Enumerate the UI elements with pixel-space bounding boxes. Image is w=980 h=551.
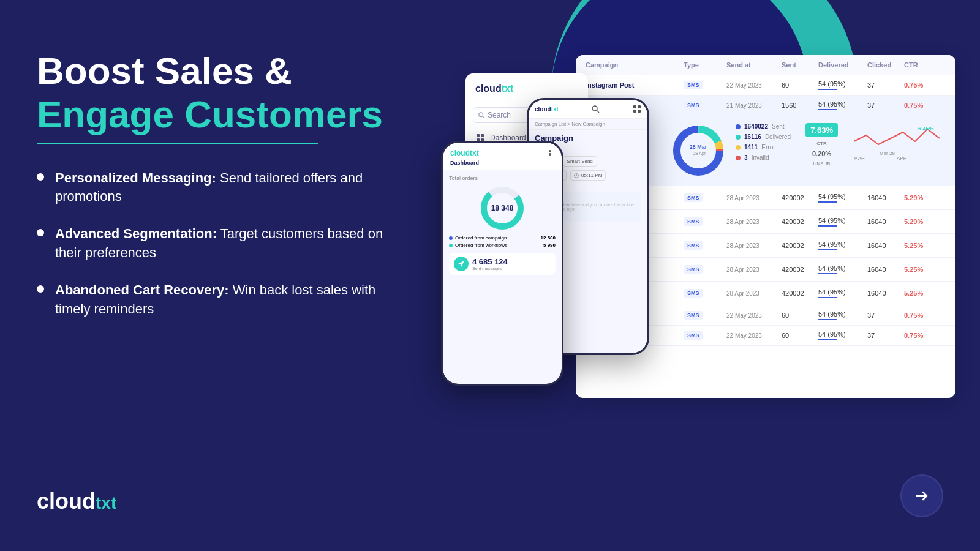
delivered-dot — [736, 135, 741, 140]
svg-rect-33 — [638, 105, 641, 108]
sent-cell: 420002 — [782, 194, 818, 201]
clicked-cell: 16040 — [867, 218, 904, 225]
time-input[interactable]: 05:11 PM — [570, 170, 606, 181]
stat-sent: 1640022 Sent — [736, 123, 791, 130]
sent-cell: 420002 — [782, 290, 818, 297]
ctr-section: 7.63% CTR 0.20% UNSUB — [805, 123, 838, 167]
sent-cell: 60 — [782, 332, 818, 339]
svg-point-25 — [549, 150, 551, 152]
ordered-from-campaign: Ordered from campaign — [455, 235, 507, 241]
sent-cell: 420002 — [782, 218, 818, 225]
delivered-cell: 54 (95%) — [818, 217, 867, 227]
table-row[interactable]: Instagram Post SMS 22 May 2023 60 54 (95… — [576, 75, 956, 96]
phone-donut-wrap: 18 348 — [449, 184, 556, 233]
fb-delivered: 54 (95%) — [818, 100, 867, 110]
stat-delivered: 16116 Delivered — [736, 133, 791, 140]
logo-cloud-text: cloud — [37, 489, 96, 514]
delivered-cell: 54 (95%) — [818, 288, 867, 298]
chart-apr-label: APR — [897, 156, 907, 161]
bullet-1 — [37, 173, 44, 181]
search-icon[interactable] — [591, 105, 600, 113]
type-badge: SMS — [684, 241, 703, 250]
unsub-label: UNSUB — [813, 161, 831, 167]
col-sent: Sent — [782, 61, 818, 69]
ctr-cell: 5.25% — [904, 290, 938, 297]
campaign-val: 12 560 — [541, 235, 556, 241]
fb-clicked: 37 — [867, 102, 904, 109]
breadcrumb: Campaign List > New Campaign — [529, 119, 647, 130]
dashboard-label: Dashboard — [450, 160, 479, 166]
sent-cell: 420002 — [782, 266, 818, 273]
order-row-campaign: Ordered from campaign 12 560 — [449, 235, 556, 241]
clicked-cell: 16040 — [867, 242, 904, 249]
bullet-3 — [37, 285, 44, 293]
type-badge: SMS — [684, 193, 703, 202]
table-header: Campaign Type Send at Sent Delivered Cli… — [576, 55, 956, 75]
clicked-cell: 16040 — [867, 194, 904, 201]
fb-date: 21 May 2023 — [726, 102, 782, 109]
svg-text:28 Mar: 28 Mar — [690, 144, 707, 150]
logo-bottom: cloudtxt — [37, 489, 116, 514]
chart-mar-label: MAR — [854, 156, 865, 161]
phone-logo-1: cloudtxt — [450, 149, 554, 157]
delivered-value: 16116 — [744, 133, 761, 140]
delivered-cell: 54 (95%) — [818, 310, 867, 320]
phone-header-1: cloudtxt Dashboard — [443, 143, 562, 170]
svg-rect-2 — [477, 134, 480, 137]
error-dot — [736, 145, 741, 150]
ctr-cell: 5.25% — [904, 266, 938, 273]
ctr-badge: 7.63% — [805, 123, 838, 137]
type-badge: SMS — [684, 265, 703, 274]
workflow-dot — [449, 244, 453, 247]
search-placeholder: Search — [488, 111, 511, 119]
svg-text:18 348: 18 348 — [491, 204, 514, 212]
clicked-cell: 37 — [867, 312, 904, 319]
fb-type-badge: SMS — [684, 101, 703, 110]
workflows-val: 5 980 — [543, 242, 556, 248]
error-value: 1411 — [744, 144, 758, 151]
ctr-cell: 5.29% — [904, 194, 938, 201]
delivered-cell: 54 (95%) — [818, 193, 867, 203]
sent-cell: 60 — [782, 81, 818, 89]
type-badge: SMS — [684, 331, 703, 340]
stat-text-wrap: 4 685 124 Sent messages — [472, 257, 508, 271]
order-row-workflows: Ordered from workflows 5 980 — [449, 242, 556, 248]
grid-icon-2[interactable] — [633, 105, 641, 113]
next-arrow-button[interactable] — [900, 474, 943, 517]
sent-messages-num: 4 685 124 — [472, 257, 508, 266]
svg-text:Mar 28: Mar 28 — [880, 151, 895, 156]
type-badge: SMS — [684, 217, 703, 226]
sidebar-logo-txt: txt — [502, 83, 514, 94]
phone-nav-1: Dashboard — [450, 160, 554, 166]
ordered-from-workflows: Ordered from workflows — [455, 242, 507, 248]
type-badge: SMS — [684, 289, 703, 298]
type-badge: SMS — [684, 81, 703, 89]
stat-error: 1411 Error — [736, 144, 791, 151]
donut-chart: 28 Mar - 28 Apr — [671, 123, 726, 178]
svg-line-31 — [597, 110, 599, 113]
svg-rect-35 — [638, 110, 641, 113]
smart-send-btn[interactable]: Smart Send — [563, 156, 597, 167]
headline: Boost Sales & Engage Customers — [37, 49, 404, 137]
date-cell: 28 Apr 2023 — [726, 266, 782, 273]
sent-dot — [736, 124, 741, 129]
phone-orders: Ordered from campaign 12 560 Ordered fro… — [449, 235, 556, 248]
col-clicked: Clicked — [867, 61, 904, 69]
feature-bold-2: Advanced Segmentation: — [55, 226, 217, 241]
col-type: Type — [684, 61, 726, 69]
date-cell: 28 Apr 2023 — [726, 290, 782, 297]
total-orders-label: Total orders — [449, 175, 556, 181]
clicked-cell: 37 — [867, 332, 904, 339]
mockup-area: cloudtxt Search Dashboard Campaigns Camp… — [429, 0, 980, 551]
feature-item-3: Abandoned Cart Recovery: Win back lost s… — [37, 281, 404, 319]
sent-label: Sent — [772, 123, 785, 130]
clicked-cell: 16040 — [867, 266, 904, 273]
ctr-label: CTR — [816, 141, 826, 146]
svg-line-1 — [483, 116, 484, 118]
svg-rect-3 — [481, 134, 484, 137]
sent-cell: 420002 — [782, 242, 818, 249]
invalid-dot — [736, 156, 741, 160]
unsub-value: 0.20% — [812, 150, 831, 157]
phone-content-1: Total orders 18 348 Ordered from campaig… — [443, 170, 562, 280]
ctr-cell: 0.75% — [904, 332, 938, 339]
